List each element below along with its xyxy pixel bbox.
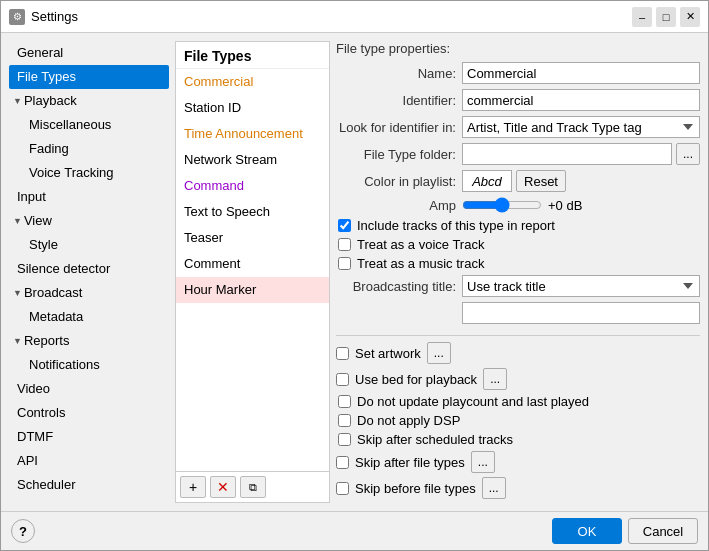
set-artwork-checkbox[interactable]: [336, 347, 349, 360]
skip-after-checkbox[interactable]: [336, 456, 349, 469]
file-type-text-to-speech[interactable]: Text to Speech: [176, 199, 329, 225]
sidebar-item-file-types[interactable]: File Types: [9, 65, 169, 89]
close-button[interactable]: ✕: [680, 7, 700, 27]
no-dsp-row: Do not apply DSP: [338, 413, 700, 428]
sidebar-broadcast-label: Broadcast: [24, 283, 83, 303]
cancel-button[interactable]: Cancel: [628, 518, 698, 544]
title-bar-left: ⚙ Settings: [9, 9, 78, 25]
folder-browse-button[interactable]: ...: [676, 143, 700, 165]
amp-slider[interactable]: [462, 197, 542, 213]
file-type-station-id[interactable]: Station ID: [176, 95, 329, 121]
skip-before-checkbox[interactable]: [336, 482, 349, 495]
use-bed-label: Use bed for playback: [355, 372, 477, 387]
color-row: Color in playlist: Abcd Reset: [336, 170, 700, 192]
reset-color-button[interactable]: Reset: [516, 170, 566, 192]
amp-value: +0 dB: [548, 198, 588, 213]
file-type-network-stream[interactable]: Network Stream: [176, 147, 329, 173]
skip-before-browse-button[interactable]: ...: [482, 477, 506, 499]
minimize-button[interactable]: –: [632, 7, 652, 27]
identifier-input[interactable]: [462, 89, 700, 111]
no-playcount-checkbox[interactable]: [338, 395, 351, 408]
folder-input[interactable]: [462, 143, 672, 165]
sidebar-item-fading[interactable]: Fading: [9, 137, 169, 161]
sidebar-group-playback: ▼ Playback Miscellaneous Fading Voice Tr…: [9, 89, 169, 185]
broadcasting-custom-row: [336, 302, 700, 324]
sidebar-item-metadata[interactable]: Metadata: [9, 305, 169, 329]
skip-after-row: Skip after file types ...: [336, 451, 700, 473]
music-track-checkbox[interactable]: [338, 257, 351, 270]
maximize-button[interactable]: □: [656, 7, 676, 27]
settings-window: ⚙ Settings – □ ✕ General File Types ▼ Pl…: [0, 0, 709, 551]
sidebar-item-voice-tracking[interactable]: Voice Tracking: [9, 161, 169, 185]
file-types-panel: File Types Commercial Station ID Time An…: [175, 41, 330, 503]
ok-button[interactable]: OK: [552, 518, 622, 544]
sidebar-item-dtmf[interactable]: DTMF: [9, 425, 169, 449]
sidebar-item-playback[interactable]: ▼ Playback: [9, 89, 169, 113]
music-track-label: Treat as a music track: [357, 256, 484, 271]
broadcasting-select[interactable]: Use track title Use file name Custom: [462, 275, 700, 297]
no-playcount-row: Do not update playcount and last played: [338, 394, 700, 409]
voice-track-checkbox[interactable]: [338, 238, 351, 251]
no-dsp-checkbox[interactable]: [338, 414, 351, 427]
remove-file-type-button[interactable]: ✕: [210, 476, 236, 498]
artwork-row: Set artwork ...: [336, 342, 700, 364]
skip-after-browse-button[interactable]: ...: [471, 451, 495, 473]
no-playcount-label: Do not update playcount and last played: [357, 394, 589, 409]
sidebar-item-style[interactable]: Style: [9, 233, 169, 257]
sidebar-item-relay[interactable]: Relay: [9, 497, 169, 503]
main-content: General File Types ▼ Playback Miscellane…: [1, 33, 708, 511]
include-report-checkbox[interactable]: [338, 219, 351, 232]
sidebar-item-api[interactable]: API: [9, 449, 169, 473]
broadcasting-custom-input[interactable]: [462, 302, 700, 324]
sidebar-item-general[interactable]: General: [9, 41, 169, 65]
sidebar-item-miscellaneous[interactable]: Miscellaneous: [9, 113, 169, 137]
use-bed-browse-button[interactable]: ...: [483, 368, 507, 390]
broadcasting-row: Broadcasting title: Use track title Use …: [336, 275, 700, 297]
look-for-label: Look for identifier in:: [336, 120, 456, 135]
action-buttons: OK Cancel: [552, 518, 698, 544]
copy-file-type-button[interactable]: ⧉: [240, 476, 266, 498]
bottom-bar: ? OK Cancel: [1, 511, 708, 550]
help-button[interactable]: ?: [11, 519, 35, 543]
file-type-teaser[interactable]: Teaser: [176, 225, 329, 251]
file-type-command[interactable]: Command: [176, 173, 329, 199]
music-track-row: Treat as a music track: [338, 256, 700, 271]
look-for-select[interactable]: Artist, Title and Track Type tag Track T…: [462, 116, 700, 138]
set-artwork-label: Set artwork: [355, 346, 421, 361]
file-types-title: File Types: [176, 42, 329, 69]
broadcasting-label: Broadcasting title:: [336, 279, 456, 294]
sidebar-item-video[interactable]: Video: [9, 377, 169, 401]
file-type-hour-marker[interactable]: Hour Marker: [176, 277, 329, 303]
include-report-label: Include tracks of this type in report: [357, 218, 555, 233]
chevron-down-icon: ▼: [13, 283, 22, 303]
sidebar-view-label: View: [24, 211, 52, 231]
file-type-comment[interactable]: Comment: [176, 251, 329, 277]
properties-panel: File type properties: Name: Identifier: …: [336, 41, 700, 503]
sidebar-playback-label: Playback: [24, 91, 77, 111]
sidebar-item-notifications[interactable]: Notifications: [9, 353, 169, 377]
skip-after-label: Skip after file types: [355, 455, 465, 470]
sidebar-item-silence-detector[interactable]: Silence detector: [9, 257, 169, 281]
use-bed-checkbox[interactable]: [336, 373, 349, 386]
folder-row: File Type folder: ...: [336, 143, 700, 165]
file-types-list: Commercial Station ID Time Announcement …: [176, 69, 329, 471]
name-input[interactable]: [462, 62, 700, 84]
voice-track-row: Treat as a voice Track: [338, 237, 700, 252]
use-bed-row: Use bed for playback ...: [336, 368, 700, 390]
color-label: Color in playlist:: [336, 174, 456, 189]
artwork-browse-button[interactable]: ...: [427, 342, 451, 364]
color-preview-button[interactable]: Abcd: [462, 170, 512, 192]
sidebar-item-view[interactable]: ▼ View: [9, 209, 169, 233]
file-type-commercial[interactable]: Commercial: [176, 69, 329, 95]
sidebar-item-broadcast[interactable]: ▼ Broadcast: [9, 281, 169, 305]
chevron-down-icon: ▼: [13, 91, 22, 111]
sidebar-item-controls[interactable]: Controls: [9, 401, 169, 425]
file-types-toolbar: + ✕ ⧉: [176, 471, 329, 502]
sidebar-item-reports[interactable]: ▼ Reports: [9, 329, 169, 353]
sidebar-item-scheduler[interactable]: Scheduler: [9, 473, 169, 497]
sidebar-item-input[interactable]: Input: [9, 185, 169, 209]
skip-scheduled-checkbox[interactable]: [338, 433, 351, 446]
amp-label: Amp: [336, 198, 456, 213]
add-file-type-button[interactable]: +: [180, 476, 206, 498]
file-type-time-announcement[interactable]: Time Announcement: [176, 121, 329, 147]
